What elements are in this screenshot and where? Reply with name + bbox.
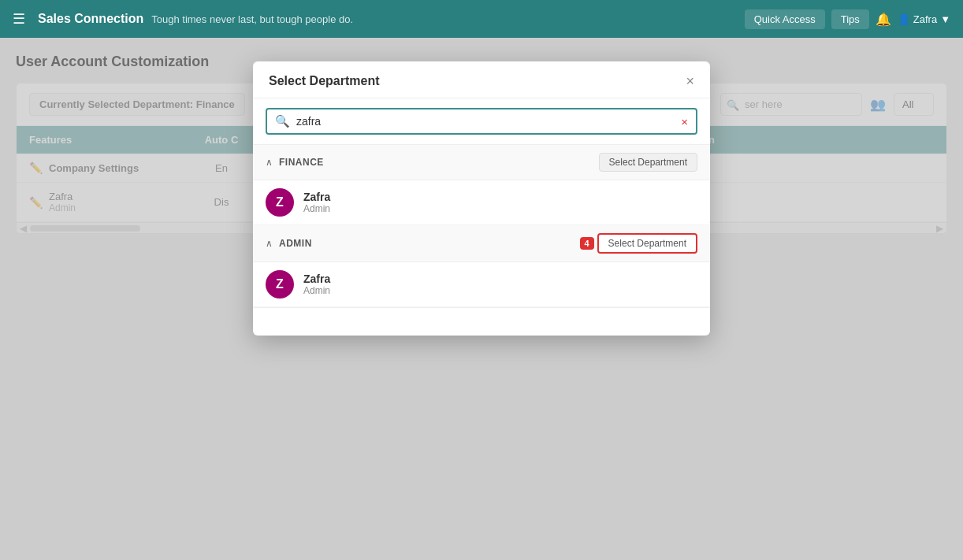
modal-title: Select Department <box>269 74 380 88</box>
finance-group-name: FINANCE <box>279 157 599 168</box>
select-department-modal: Select Department × 🔍 × ∧ FINANCE Select… <box>253 61 710 336</box>
modal-search-input[interactable] <box>296 115 675 128</box>
user-name: Zafra <box>913 13 937 25</box>
modal-header: Select Department × <box>253 61 710 98</box>
modal-footer <box>253 307 710 336</box>
top-nav-right: Quick Access Tips 🔔 👤 Zafra ▼ <box>745 9 950 29</box>
admin-chevron[interactable]: ∧ <box>266 238 273 249</box>
admin-select-dept-button[interactable]: Select Department <box>597 233 697 254</box>
modal-overlay: Select Department × 🔍 × ∧ FINANCE Select… <box>0 38 963 560</box>
user-name-finance: Zafra <box>303 191 330 203</box>
modal-close-button[interactable]: × <box>686 74 694 88</box>
user-item-admin-zafra: Z Zafra Admin <box>253 262 710 307</box>
modal-body: ∧ FINANCE Select Department Z Zafra Admi… <box>253 145 710 307</box>
user-name-admin: Zafra <box>303 273 330 285</box>
main-content: User Account Customization Currently Sel… <box>0 38 963 560</box>
modal-search-wrap: 🔍 × <box>253 98 710 145</box>
modal-search-icon: 🔍 <box>275 114 290 128</box>
admin-badge: 4 <box>580 237 594 250</box>
dept-group-admin-header: ∧ ADMIN 4 Select Department <box>253 225 710 262</box>
app-title: Sales Connection <box>38 12 143 26</box>
user-avatar-finance: Z <box>266 188 294 217</box>
user-avatar-admin: Z <box>266 270 294 299</box>
finance-chevron[interactable]: ∧ <box>266 157 273 168</box>
quick-access-button[interactable]: Quick Access <box>745 9 825 29</box>
admin-group-name: ADMIN <box>279 238 597 249</box>
user-info-admin: Zafra Admin <box>303 273 330 296</box>
bell-icon[interactable]: 🔔 <box>876 12 891 27</box>
user-item-finance-zafra: Z Zafra Admin <box>253 180 710 225</box>
user-info-finance: Zafra Admin <box>303 191 330 214</box>
menu-icon[interactable]: ☰ <box>13 10 25 28</box>
app-subtitle: Tough times never last, but tough people… <box>151 13 736 25</box>
user-role-admin: Admin <box>303 285 330 296</box>
tips-button[interactable]: Tips <box>831 9 869 29</box>
user-avatar-icon: 👤 <box>898 13 910 25</box>
user-chevron: ▼ <box>940 13 950 25</box>
modal-search-input-row: 🔍 × <box>266 108 697 135</box>
user-role-finance: Admin <box>303 203 330 214</box>
modal-search-clear-button[interactable]: × <box>681 115 688 128</box>
finance-select-dept-button[interactable]: Select Department <box>599 153 697 172</box>
user-menu[interactable]: 👤 Zafra ▼ <box>898 13 950 25</box>
top-nav: ☰ Sales Connection Tough times never las… <box>0 0 963 38</box>
dept-group-finance-header: ∧ FINANCE Select Department <box>253 145 710 180</box>
admin-select-dept-wrap: 4 Select Department <box>597 233 697 254</box>
